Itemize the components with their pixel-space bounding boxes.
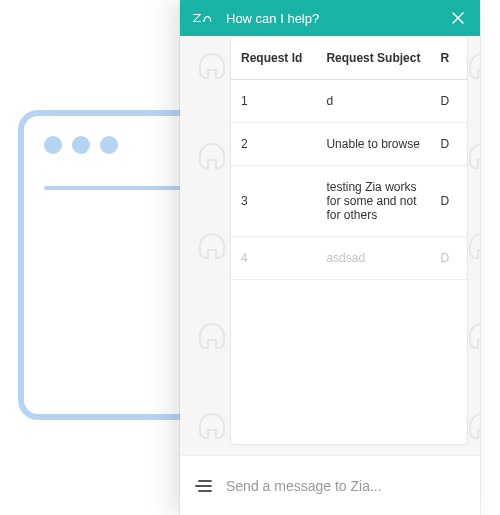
cell-request-subject: asdsad: [316, 237, 430, 280]
cell-extra: D: [431, 166, 467, 237]
chat-body: Request Id Request Subject R 1dD2Unable …: [180, 36, 480, 455]
cell-extra: D: [431, 237, 467, 280]
table-row[interactable]: 1dD: [231, 80, 467, 123]
results-scroll[interactable]: Request Id Request Subject R 1dD2Unable …: [231, 37, 467, 444]
composer-bar: [180, 455, 480, 515]
table-header-row: Request Id Request Subject R: [231, 37, 467, 80]
results-table: Request Id Request Subject R 1dD2Unable …: [231, 37, 467, 280]
cell-extra: D: [431, 123, 467, 166]
message-input[interactable]: [226, 478, 466, 494]
cell-request-id: 1: [231, 80, 316, 123]
chat-header-title: How can I help?: [226, 11, 448, 26]
cell-request-id: 2: [231, 123, 316, 166]
cell-request-id: 3: [231, 166, 316, 237]
chat-header: How can I help?: [180, 0, 480, 36]
cell-request-subject: d: [316, 80, 430, 123]
zia-logo-icon: [192, 9, 220, 27]
table-row[interactable]: 2Unable to browseD: [231, 123, 467, 166]
cell-request-subject: Unable to browse: [316, 123, 430, 166]
col-header-request-id: Request Id: [231, 37, 316, 80]
col-header-request-subject: Request Subject: [316, 37, 430, 80]
col-header-extra: R: [431, 37, 467, 80]
table-row[interactable]: 3testing Zia works for some and not for …: [231, 166, 467, 237]
cell-request-id: 4: [231, 237, 316, 280]
cell-extra: D: [431, 80, 467, 123]
zia-chat-panel: How can I help? Request Id Request Subje…: [180, 0, 480, 515]
menu-icon[interactable]: [194, 476, 214, 496]
browser-dots: [44, 136, 118, 154]
cell-request-subject: testing Zia works for some and not for o…: [316, 166, 430, 237]
table-row[interactable]: 4asdsadD: [231, 237, 467, 280]
close-button[interactable]: [448, 8, 468, 28]
results-card: Request Id Request Subject R 1dD2Unable …: [230, 36, 468, 445]
